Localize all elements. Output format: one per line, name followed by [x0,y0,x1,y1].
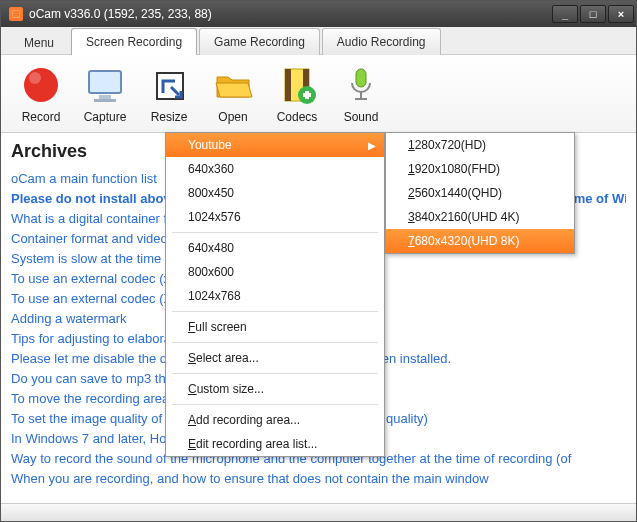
record-label: Record [22,110,61,124]
svg-rect-4 [94,99,116,102]
window-title: oCam v336.0 (1592, 235, 233, 88) [29,7,550,21]
resize-menu: Youtube ▶ 640x360 800x450 1024x576 640x4… [165,132,385,457]
menu-item-1024x576[interactable]: 1024x576 [166,205,384,229]
menu-separator [172,404,378,405]
capture-button[interactable]: Capture [73,60,137,128]
minimize-button[interactable]: _ [552,5,578,23]
menu-item-add-recording-area[interactable]: Add recording area... [166,408,384,432]
titlebar[interactable]: oCam v336.0 (1592, 235, 233, 88) _ □ × [1,1,636,27]
submenu-item[interactable]: 1280x720(HD) [386,133,574,157]
content-link[interactable]: When you are recording, and how to ensur… [11,469,626,489]
svg-rect-7 [285,69,291,101]
resize-button[interactable]: Resize [137,60,201,128]
monitor-icon [84,64,126,106]
svg-rect-2 [89,71,121,93]
menu-item-custom-size[interactable]: Custom size... [166,377,384,401]
submenu-item[interactable]: 2560x1440(QHD) [386,181,574,205]
codecs-button[interactable]: Codecs [265,60,329,128]
submenu-item[interactable]: 3840x2160(UHD 4K) [386,205,574,229]
codecs-label: Codecs [277,110,318,124]
microphone-icon [340,64,382,106]
menu-item-800x450[interactable]: 800x450 [166,181,384,205]
menu-item-640x360[interactable]: 640x360 [166,157,384,181]
svg-rect-5 [157,73,183,99]
svg-rect-12 [356,69,366,87]
menu-item-1024x768[interactable]: 1024x768 [166,284,384,308]
codecs-icon [276,64,318,106]
svg-rect-11 [305,91,309,99]
submenu-item[interactable]: 1920x1080(FHD) [386,157,574,181]
menu-item-edit-recording-area[interactable]: Edit recording area list... [166,432,384,456]
open-label: Open [218,110,247,124]
menubar: Menu Screen Recording Game Recording Aud… [1,27,636,55]
menu-item-fullscreen[interactable]: Full screen [166,315,384,339]
sound-label: Sound [344,110,379,124]
submenu-item[interactable]: 7680x4320(UHD 8K) [386,229,574,253]
toolbar: Record Capture Resize Open Codecs [1,55,636,133]
menu-separator [172,373,378,374]
youtube-submenu: 1280x720(HD)1920x1080(FHD)2560x1440(QHD)… [385,132,575,254]
menu-separator [172,311,378,312]
app-icon [9,7,23,21]
resize-icon [148,64,190,106]
menu-item-youtube[interactable]: Youtube ▶ [166,133,384,157]
capture-label: Capture [84,110,127,124]
statusbar [1,503,636,521]
tab-game-recording[interactable]: Game Recording [199,28,320,55]
svg-point-0 [24,68,58,102]
maximize-button[interactable]: □ [580,5,606,23]
svg-point-1 [29,72,41,84]
tab-screen-recording[interactable]: Screen Recording [71,28,197,55]
record-button[interactable]: Record [9,60,73,128]
close-button[interactable]: × [608,5,634,23]
sound-button[interactable]: Sound [329,60,393,128]
svg-rect-3 [99,95,111,99]
record-icon [20,64,62,106]
menu-item-select-area[interactable]: Select area... [166,346,384,370]
open-button[interactable]: Open [201,60,265,128]
folder-icon [212,64,254,106]
chevron-right-icon: ▶ [368,140,376,151]
menu-item-800x600[interactable]: 800x600 [166,260,384,284]
menu-button[interactable]: Menu [9,29,69,54]
menu-item-640x480[interactable]: 640x480 [166,236,384,260]
resize-label: Resize [151,110,188,124]
tab-audio-recording[interactable]: Audio Recording [322,28,441,55]
menu-separator [172,342,378,343]
menu-separator [172,232,378,233]
